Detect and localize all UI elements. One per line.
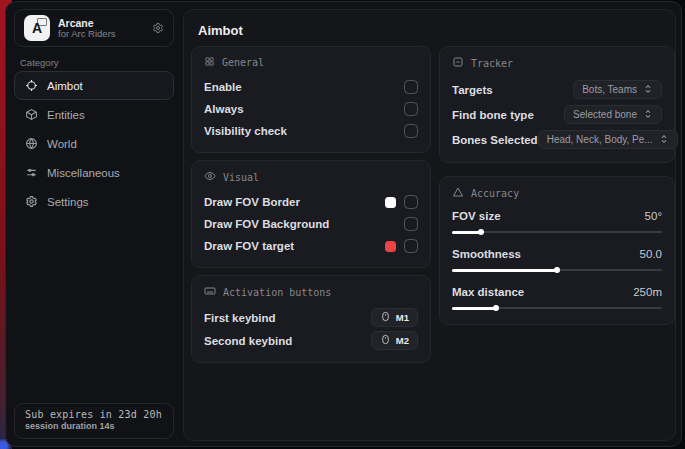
setting-row-targets: Targets Bots, Teams	[452, 77, 662, 102]
targets-dropdown[interactable]: Bots, Teams	[573, 80, 662, 99]
sub-expiry-text: Sub expires in 23d 20h	[25, 409, 163, 420]
always-checkbox[interactable]	[404, 102, 418, 116]
smoothness-slider[interactable]	[452, 266, 662, 274]
app-logo: A	[24, 15, 50, 41]
setting-row-fov-border: Draw FOV Border	[204, 191, 418, 213]
chevrons-up-down-icon	[643, 109, 653, 121]
app-window: A Arcane for Arc Riders Category Aimbot	[5, 1, 682, 447]
fov-size-slider[interactable]	[452, 228, 662, 236]
card-accuracy: Accuracy FOV size 50° Smoothness	[439, 176, 675, 325]
column-right: Tracker Targets Bots, Teams Find bone ty…	[439, 46, 675, 325]
mouse-icon	[380, 311, 391, 324]
find-bone-type-dropdown[interactable]: Selected bone	[564, 105, 662, 124]
setting-label: Always	[204, 103, 244, 115]
sidebar-item-entities[interactable]: Entities	[14, 100, 174, 129]
app-subtitle: for Arc Riders	[58, 29, 144, 40]
category-label: Category	[20, 57, 59, 68]
scan-icon	[452, 56, 464, 70]
setting-label: Enable	[204, 81, 242, 93]
setting-label: Draw FOV Border	[204, 196, 300, 208]
eye-icon	[204, 170, 216, 184]
dropdown-value: Head, Neck, Body, Pe...	[547, 134, 653, 145]
card-visual: Visual Draw FOV Border Draw FOV Backgrou…	[191, 160, 431, 268]
setting-row-always: Always	[204, 98, 418, 120]
second-keybind-button[interactable]: M2	[371, 331, 418, 350]
setting-row-bones-selected: Bones Selected Head, Neck, Body, Pe...	[452, 127, 662, 152]
setting-label: First keybind	[204, 312, 276, 324]
setting-label: Find bone type	[452, 109, 534, 121]
crosshair-icon	[25, 79, 38, 92]
app-name: Arcane	[58, 17, 144, 29]
setting-value: 250m	[633, 286, 662, 298]
setting-label: Draw FOV target	[204, 240, 294, 252]
session-duration-text: session duration 14s	[25, 421, 163, 431]
card-title: General	[222, 57, 264, 68]
color-swatch[interactable]	[385, 241, 396, 252]
dropdown-value: Bots, Teams	[582, 84, 637, 95]
settings-gear-icon[interactable]	[152, 22, 164, 34]
fov-target-checkbox[interactable]	[404, 239, 418, 253]
setting-label: Targets	[452, 84, 493, 96]
first-keybind-button[interactable]: M1	[371, 308, 418, 327]
setting-label: Visibility check	[204, 125, 287, 137]
sidebar-item-world[interactable]: World	[14, 129, 174, 158]
sidebar-item-settings[interactable]: Settings	[14, 187, 174, 216]
setting-value: 50°	[645, 210, 662, 222]
setting-label: Max distance	[452, 286, 524, 298]
setting-row-fov-background: Draw FOV Background	[204, 213, 418, 235]
setting-value: 50.0	[640, 248, 662, 260]
chevrons-up-down-icon	[643, 84, 653, 96]
setting-row-fov-size: FOV size 50°	[452, 207, 662, 236]
page-title: Aimbot	[198, 23, 243, 38]
sidebar-item-label: Settings	[47, 196, 89, 208]
setting-label: FOV size	[452, 210, 501, 222]
mouse-icon	[380, 334, 391, 347]
grid-icon	[204, 56, 215, 69]
sidebar-nav: Aimbot Entities World Miscellaneous	[14, 71, 174, 216]
main-panel: Aimbot General Enable Always	[183, 9, 676, 441]
setting-row-fov-target: Draw FOV target	[204, 235, 418, 257]
sliders-icon	[25, 166, 38, 179]
bones-selected-dropdown[interactable]: Head, Neck, Body, Pe...	[538, 130, 678, 149]
sidebar-item-miscellaneous[interactable]: Miscellaneous	[14, 158, 174, 187]
sidebar-item-label: Aimbot	[47, 80, 83, 92]
setting-row-visibility-check: Visibility check	[204, 120, 418, 142]
sidebar-item-aimbot[interactable]: Aimbot	[14, 71, 174, 100]
setting-row-second-keybind: Second keybind M2	[204, 329, 418, 352]
card-title: Accuracy	[471, 188, 519, 199]
sidebar-item-label: Miscellaneous	[47, 167, 120, 179]
visibility-check-checkbox[interactable]	[404, 124, 418, 138]
card-title: Visual	[223, 172, 259, 183]
setting-label: Draw FOV Background	[204, 218, 329, 230]
card-title: Tracker	[471, 58, 513, 69]
app-header: A Arcane for Arc Riders	[14, 9, 174, 47]
keybind-value: M1	[396, 312, 409, 323]
card-activation-buttons: Activation buttons First keybind M1 Seco…	[191, 275, 431, 363]
fov-border-checkbox[interactable]	[404, 195, 418, 209]
globe-icon	[25, 137, 38, 150]
setting-row-smoothness: Smoothness 50.0	[452, 245, 662, 274]
sidebar-item-label: World	[47, 138, 77, 150]
keybind-value: M2	[396, 335, 409, 346]
max-distance-slider[interactable]	[452, 304, 662, 312]
column-left: General Enable Always Visibility check	[191, 46, 431, 363]
enable-checkbox[interactable]	[404, 80, 418, 94]
setting-label: Smoothness	[452, 248, 521, 260]
sidebar: A Arcane for Arc Riders Category Aimbot	[6, 2, 182, 446]
setting-label: Bones Selected	[452, 134, 538, 146]
color-swatch[interactable]	[385, 197, 396, 208]
subscription-info: Sub expires in 23d 20h session duration …	[14, 403, 174, 439]
setting-row-find-bone-type: Find bone type Selected bone	[452, 102, 662, 127]
fov-background-checkbox[interactable]	[404, 217, 418, 231]
card-tracker: Tracker Targets Bots, Teams Find bone ty…	[439, 46, 675, 163]
dropdown-value: Selected bone	[573, 109, 637, 120]
cube-icon	[25, 108, 38, 121]
card-general: General Enable Always Visibility check	[191, 46, 431, 153]
keyboard-icon	[204, 285, 216, 299]
setting-row-max-distance: Max distance 250m	[452, 283, 662, 312]
chevrons-up-down-icon	[659, 134, 669, 146]
gear-icon	[25, 195, 38, 208]
setting-label: Second keybind	[204, 335, 292, 347]
triangle-icon	[452, 186, 464, 200]
card-title: Activation buttons	[223, 287, 331, 298]
